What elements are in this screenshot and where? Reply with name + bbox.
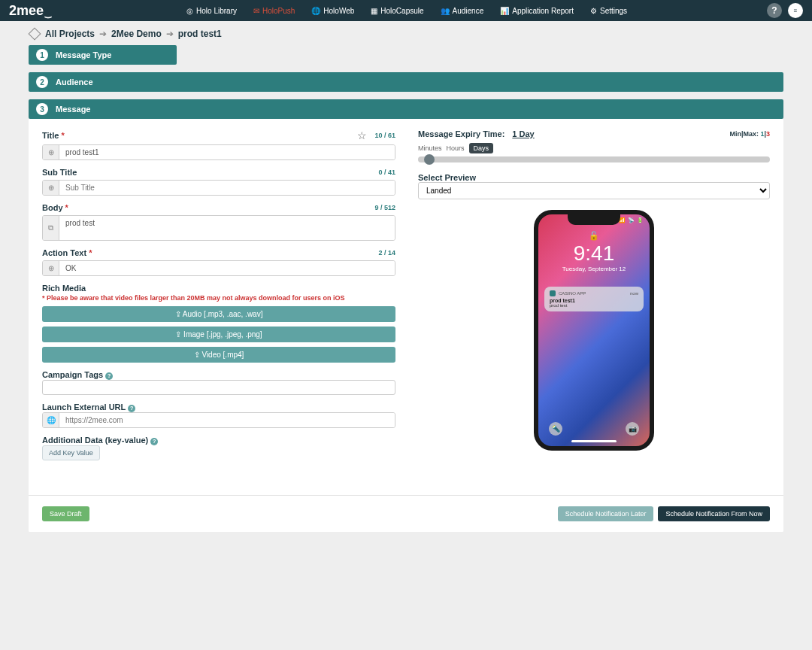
step-1-label: Message Type [56, 50, 111, 59]
action-label: Action Text * [42, 248, 92, 257]
subtitle-counter: 0 / 41 [378, 169, 395, 176]
cube-icon [29, 28, 41, 41]
copy-icon: ⧉ [43, 216, 59, 240]
globe-icon: ⊕ [43, 181, 59, 195]
action-input[interactable] [59, 261, 395, 275]
nav-audience[interactable]: 👥 Audience [441, 7, 484, 15]
info-icon[interactable]: ? [150, 438, 158, 445]
title-input[interactable] [59, 145, 395, 159]
nav-holocapsule[interactable]: ▦ HoloCapsule [371, 7, 423, 15]
flashlight-icon: 🔦 [549, 422, 562, 436]
step-3-header[interactable]: 3 Message [29, 99, 783, 119]
expiry-label: Message Expiry Time: [418, 129, 504, 138]
title-label: Title * [42, 131, 65, 140]
notif-title: prod test1 [550, 298, 638, 303]
notif-when: now [630, 291, 638, 296]
crumb-mid[interactable]: 2Mee Demo [111, 29, 162, 39]
camera-icon: 📷 [626, 422, 639, 436]
preview-select[interactable]: Landed [418, 182, 770, 199]
step-number-icon: 3 [36, 103, 48, 115]
image-upload-button[interactable]: ⇪ Image [.jpg, .jpeg, .png] [42, 327, 395, 342]
schedule-now-button[interactable]: Schedule Notification From Now [658, 506, 770, 521]
chevron-right-icon: ➔ [166, 29, 174, 39]
body-input[interactable]: prod test [59, 216, 395, 240]
subtitle-label: Sub Title [42, 168, 77, 177]
expiry-slider[interactable] [418, 156, 770, 162]
audio-upload-button[interactable]: ⇪ Audio [.mp3, .aac, .wav] [42, 306, 395, 322]
add-keyvalue-button[interactable]: Add Key Value [42, 445, 100, 460]
topbar: 2mee‿ ◎ Holo Library ✉ HoloPush 🌐 HoloWe… [0, 0, 812, 21]
notif-body: prod test [550, 303, 638, 308]
unit-minutes[interactable]: Minutes [418, 144, 442, 152]
nav-holopush[interactable]: ✉ HoloPush [253, 7, 295, 15]
help-icon[interactable]: ? [767, 3, 782, 18]
title-counter: 10 / 61 [374, 132, 395, 139]
lock-icon: 🔓 [589, 231, 599, 241]
tags-label: Campaign Tags? [42, 370, 395, 380]
notification-card: CASINO APP now prod test1 prod test [544, 287, 644, 311]
app-icon [550, 290, 556, 296]
step-number-icon: 2 [36, 76, 48, 88]
nav-holoweb[interactable]: 🌐 HoloWeb [311, 7, 354, 15]
globe-icon: 🌐 [43, 413, 59, 427]
phone-date: Tuesday, September 12 [538, 266, 650, 272]
preview-label: Select Preview [418, 173, 770, 182]
main-nav: ◎ Holo Library ✉ HoloPush 🌐 HoloWeb ▦ Ho… [186, 7, 627, 15]
crumb-leaf: prod test1 [178, 29, 222, 39]
chevron-right-icon: ➔ [99, 29, 107, 39]
url-label: Launch External URL? [42, 402, 395, 412]
step-2-label: Audience [56, 77, 93, 87]
globe-icon: ⊕ [43, 261, 59, 275]
subtitle-input[interactable] [59, 181, 395, 195]
step-number-icon: 1 [36, 49, 48, 61]
nav-app-report[interactable]: 📊 Application Report [500, 7, 574, 15]
star-icon[interactable]: ☆ [357, 129, 367, 141]
nav-settings[interactable]: ⚙ Settings [590, 7, 627, 15]
brand-logo: 2mee‿ [9, 3, 51, 19]
media-label: Rich Media [42, 284, 395, 293]
globe-icon: ⊕ [43, 145, 59, 159]
home-bar [571, 440, 617, 442]
url-input[interactable] [59, 413, 395, 427]
tags-input[interactable] [42, 380, 395, 395]
info-icon[interactable]: ? [105, 372, 113, 380]
media-note: * Please be aware that video files large… [42, 294, 395, 302]
step-2-header[interactable]: 2 Audience [29, 72, 783, 92]
avatar[interactable]: ≡ [788, 3, 803, 18]
nav-holo-library[interactable]: ◎ Holo Library [186, 7, 237, 15]
phone-preview: 📶📡🔋 🔓 9:41 Tuesday, September 12 CASINO … [534, 210, 654, 451]
body-counter: 9 / 512 [374, 204, 395, 211]
expiry-value: 1 Day [512, 129, 534, 138]
crumb-root[interactable]: All Projects [45, 29, 95, 39]
breadcrumb: All Projects ➔ 2Mee Demo ➔ prod test1 [0, 21, 812, 45]
schedule-later-button[interactable]: Schedule Notification Later [558, 506, 654, 521]
phone-time: 9:41 [538, 241, 650, 266]
info-icon[interactable]: ? [128, 405, 135, 412]
body-label: Body * [42, 203, 68, 212]
unit-hours[interactable]: Hours [447, 144, 465, 152]
unit-days[interactable]: Days [469, 143, 494, 153]
slider-knob[interactable] [424, 154, 435, 165]
step-1-header[interactable]: 1 Message Type [29, 45, 177, 65]
action-counter: 2 / 14 [378, 249, 395, 257]
phone-notch [568, 214, 620, 225]
save-draft-button[interactable]: Save Draft [42, 506, 89, 521]
status-icons: 📶📡🔋 [619, 217, 644, 223]
notif-app: CASINO APP [559, 291, 586, 296]
video-upload-button[interactable]: ⇪ Video [.mp4] [42, 347, 395, 363]
step-3-label: Message [56, 105, 90, 114]
minmax-label: Min|Max: 1|3 [729, 130, 770, 138]
kv-label: Additional Data (key-value)? [42, 436, 395, 445]
